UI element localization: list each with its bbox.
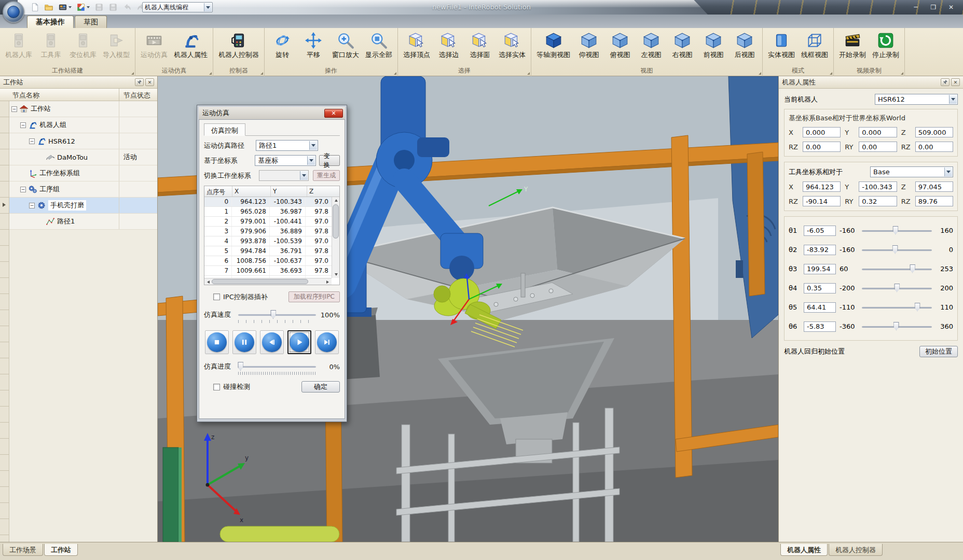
- joint-value-input[interactable]: -6.05: [804, 226, 836, 236]
- table-row[interactable]: 7 1009.661 36.693 97.8: [204, 266, 332, 276]
- dialog-launcher-icon[interactable]: [209, 72, 212, 75]
- rotation-input[interactable]: -90.14: [803, 196, 841, 206]
- ribbon-button[interactable]: 机器人控制器: [216, 30, 262, 61]
- quick-access-button[interactable]: [75, 2, 91, 13]
- bottom-tab[interactable]: 工作站: [44, 544, 78, 556]
- slider-thumb[interactable]: [893, 322, 899, 331]
- ribbon-button[interactable]: 后视图: [730, 30, 760, 61]
- tab-sketch[interactable]: 草图: [75, 16, 107, 28]
- ribbon-button[interactable]: 窗口放大: [329, 30, 362, 61]
- scroll-left-icon[interactable]: [204, 278, 212, 285]
- close-button[interactable]: ✕: [943, 2, 959, 12]
- home-position-button[interactable]: 初始位置: [919, 346, 958, 357]
- slider-thumb[interactable]: [915, 303, 920, 312]
- coordinate-input[interactable]: 964.123: [803, 181, 841, 192]
- combo-arrow-icon[interactable]: [307, 156, 315, 165]
- progress-slider[interactable]: [238, 361, 316, 372]
- quick-access-button[interactable]: [43, 2, 54, 13]
- dialog-launcher-icon[interactable]: [131, 72, 134, 75]
- bottom-tab[interactable]: 工作场景: [3, 544, 43, 556]
- table-horizontal-scrollbar[interactable]: [204, 278, 332, 285]
- slider-thumb[interactable]: [910, 264, 915, 273]
- ok-button[interactable]: 确定: [301, 381, 340, 393]
- rotation-input[interactable]: 0.00: [915, 142, 953, 152]
- ribbon-button[interactable]: 仰视图: [574, 30, 604, 61]
- ribbon-button[interactable]: 前视图: [698, 30, 728, 61]
- path-combo[interactable]: 路径1: [256, 140, 318, 151]
- pin-icon[interactable]: [941, 78, 950, 86]
- joint-slider[interactable]: [862, 283, 932, 293]
- joint-slider[interactable]: [862, 321, 932, 332]
- tool-frame-ref-combo[interactable]: Base: [870, 166, 953, 177]
- ribbon-button[interactable]: 选择边: [434, 30, 464, 61]
- joint-value-input[interactable]: 0.35: [804, 283, 836, 293]
- ribbon-button[interactable]: 机器人属性: [171, 30, 210, 61]
- ribbon-button[interactable]: 机器人库: [3, 30, 35, 61]
- rotation-input[interactable]: 0.32: [859, 196, 897, 206]
- load-to-ipc-button[interactable]: 加载程序到IPC: [288, 291, 340, 302]
- joint-slider[interactable]: [862, 226, 932, 236]
- playback-button[interactable]: [315, 330, 339, 354]
- ribbon-button[interactable]: 选择实体: [496, 30, 528, 61]
- quick-access-button[interactable]: [93, 2, 105, 13]
- ribbon-button[interactable]: 俯视图: [605, 30, 635, 61]
- coordinate-input[interactable]: 509.000: [915, 127, 953, 137]
- dialog-titlebar[interactable]: 运动仿真 ✕: [199, 107, 345, 119]
- playback-button[interactable]: [232, 330, 256, 354]
- tree-row[interactable]: − 工序组: [9, 181, 157, 198]
- ribbon-button[interactable]: 导入模型: [100, 30, 132, 61]
- scroll-right-icon[interactable]: [324, 278, 332, 285]
- combo-arrow-icon[interactable]: [309, 141, 317, 150]
- bottom-tab[interactable]: 机器人属性: [780, 544, 828, 556]
- ribbon-button[interactable]: 实体视图: [765, 30, 797, 61]
- dialog-launcher-icon[interactable]: [830, 72, 832, 75]
- ribbon-button[interactable]: 停止录制: [870, 30, 902, 61]
- joint-value-input[interactable]: -83.92: [804, 245, 836, 255]
- slider-thumb[interactable]: [892, 226, 898, 235]
- coordinate-input[interactable]: 97.045: [915, 181, 953, 192]
- transform-button[interactable]: 变换: [319, 155, 340, 166]
- mode-select-combo[interactable]: 机器人离线编程: [142, 2, 213, 12]
- playback-button[interactable]: [287, 330, 311, 354]
- close-icon[interactable]: ✕: [145, 78, 154, 86]
- joint-value-input[interactable]: 64.41: [804, 302, 836, 313]
- ribbon-button[interactable]: 工具库: [36, 30, 66, 61]
- quick-access-button[interactable]: [29, 2, 40, 13]
- ribbon-button[interactable]: 选择面: [465, 30, 495, 61]
- table-vertical-scrollbar[interactable]: [332, 197, 339, 278]
- ipc-checkbox[interactable]: [213, 293, 220, 300]
- playback-button[interactable]: [205, 330, 229, 354]
- slider-thumb[interactable]: [892, 245, 898, 254]
- slider-thumb[interactable]: [894, 284, 900, 292]
- rotation-input[interactable]: 0.00: [803, 142, 841, 152]
- table-row[interactable]: 0 964.123 -100.343 97.0: [204, 197, 332, 207]
- combo-arrow-icon[interactable]: [949, 95, 957, 104]
- quick-access-button[interactable]: [107, 2, 119, 13]
- dialog-launcher-icon[interactable]: [527, 72, 530, 75]
- tree-row[interactable]: − 工作站: [9, 101, 157, 117]
- ribbon-button[interactable]: 等轴测视图: [534, 30, 573, 61]
- speed-slider[interactable]: [238, 310, 316, 320]
- slider-thumb[interactable]: [270, 310, 276, 319]
- joint-value-input[interactable]: -5.83: [804, 321, 836, 332]
- dialog-launcher-icon[interactable]: [394, 72, 396, 75]
- dialog-launcher-icon[interactable]: [260, 72, 263, 75]
- tree-row[interactable]: 工作坐标系组: [9, 165, 157, 181]
- ribbon-button[interactable]: 选择顶点: [401, 30, 433, 61]
- table-row[interactable]: 1 965.028 36.987 97.8: [204, 207, 332, 217]
- combo-arrow-icon[interactable]: [944, 167, 952, 176]
- tree-expander[interactable]: −: [29, 203, 35, 208]
- maximize-button[interactable]: ❒: [926, 2, 941, 12]
- scrollbar-thumb[interactable]: [212, 279, 308, 284]
- ribbon-button[interactable]: 运动仿真: [138, 30, 170, 61]
- ribbon-button[interactable]: 平移: [298, 30, 328, 61]
- joint-slider[interactable]: [862, 264, 932, 274]
- bottom-tab[interactable]: 机器人控制器: [829, 544, 883, 556]
- tab-simulation-control[interactable]: 仿真控制: [204, 123, 245, 136]
- table-row[interactable]: 6 1008.756 -100.637 97.0: [204, 256, 332, 266]
- slider-thumb[interactable]: [238, 362, 243, 371]
- joint-value-input[interactable]: 199.54: [804, 264, 836, 274]
- table-row[interactable]: 2 979.001 -100.441 97.0: [204, 217, 332, 227]
- switch-frame-combo[interactable]: [259, 170, 309, 181]
- ribbon-button[interactable]: 开始录制: [836, 30, 869, 61]
